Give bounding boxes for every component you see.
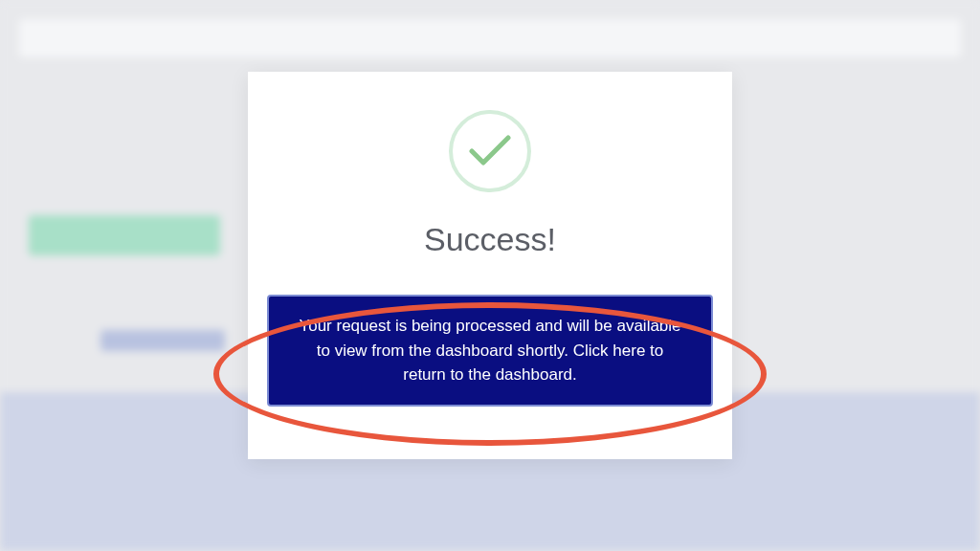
return-to-dashboard-button[interactable]: Your request is being processed and will… [267,295,713,407]
success-modal: Success! Your request is being processed… [248,72,732,459]
bg-blue-pill [100,330,225,351]
bg-green-pill [29,215,220,255]
checkmark-icon [468,134,512,168]
success-icon-circle [449,110,531,192]
modal-title: Success! [424,221,556,258]
bg-topbar [19,19,961,57]
